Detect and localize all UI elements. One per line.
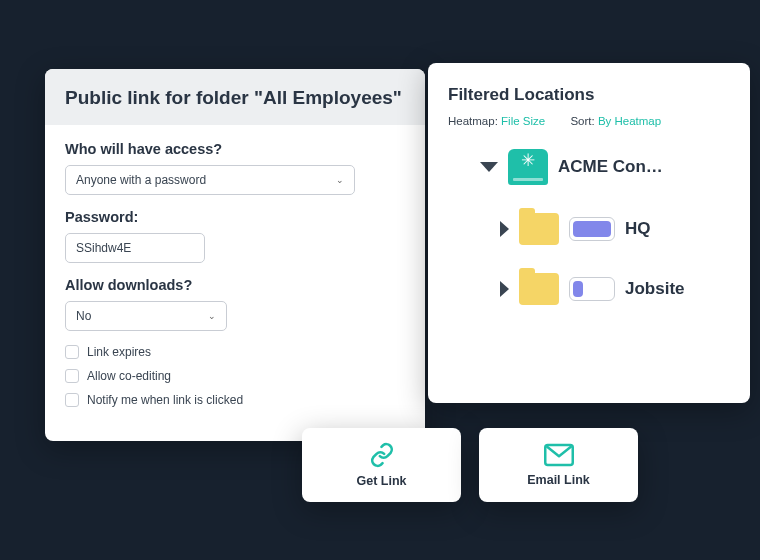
tree-row-hq[interactable]: HQ [500, 213, 730, 245]
expand-right-icon [500, 281, 509, 297]
heatmap-pill [569, 277, 615, 301]
access-field: Who will have access? Anyone with a pass… [65, 141, 405, 195]
heatmap-value[interactable]: File Size [501, 115, 545, 127]
get-link-label: Get Link [356, 474, 406, 488]
password-value: SSihdw4E [76, 241, 131, 255]
link-expires-label: Link expires [87, 345, 151, 359]
filtered-locations-panel: Filtered Locations Heatmap: File Size So… [428, 63, 750, 403]
notify-row[interactable]: Notify me when link is clicked [65, 393, 405, 407]
panel-title: Filtered Locations [448, 85, 730, 105]
allow-coediting-row[interactable]: Allow co-editing [65, 369, 405, 383]
downloads-value: No [76, 309, 91, 323]
modal-body: Who will have access? Anyone with a pass… [45, 125, 425, 441]
access-select[interactable]: Anyone with a password ⌄ [65, 165, 355, 195]
chevron-down-icon: ⌄ [208, 311, 216, 321]
sort-value[interactable]: By Heatmap [598, 115, 661, 127]
link-icon [369, 442, 395, 468]
heatmap-label: Heatmap: [448, 115, 498, 127]
chevron-down-icon: ⌄ [336, 175, 344, 185]
pill-fill [573, 221, 611, 237]
tree-label-root: ACME Con… [558, 157, 663, 177]
sort-label: Sort: [570, 115, 594, 127]
tree-label-hq: HQ [625, 219, 651, 239]
public-link-modal: Public link for folder "All Employees" W… [45, 69, 425, 441]
password-label: Password: [65, 209, 405, 225]
modal-title: Public link for folder "All Employees" [45, 69, 425, 125]
mail-icon [544, 443, 574, 467]
email-link-button[interactable]: Email Link [479, 428, 638, 502]
heatmap-pill [569, 217, 615, 241]
folder-icon [519, 273, 559, 305]
pill-fill [573, 281, 583, 297]
allow-coediting-label: Allow co-editing [87, 369, 171, 383]
folder-icon [519, 213, 559, 245]
link-expires-row[interactable]: Link expires [65, 345, 405, 359]
tree-row-root[interactable]: ACME Con… [480, 149, 730, 185]
tree-label-jobsite: Jobsite [625, 279, 685, 299]
downloads-select[interactable]: No ⌄ [65, 301, 227, 331]
password-input[interactable]: SSihdw4E [65, 233, 205, 263]
checkbox-icon [65, 345, 79, 359]
access-value: Anyone with a password [76, 173, 206, 187]
expand-right-icon [500, 221, 509, 237]
drive-icon [508, 149, 548, 185]
downloads-label: Allow downloads? [65, 277, 405, 293]
access-label: Who will have access? [65, 141, 405, 157]
email-link-label: Email Link [527, 473, 590, 487]
expand-down-icon [480, 162, 498, 172]
checkbox-icon [65, 393, 79, 407]
downloads-field: Allow downloads? No ⌄ [65, 277, 405, 331]
checkbox-icon [65, 369, 79, 383]
notify-label: Notify me when link is clicked [87, 393, 243, 407]
password-field: Password: SSihdw4E [65, 209, 405, 263]
get-link-button[interactable]: Get Link [302, 428, 461, 502]
panel-subheader: Heatmap: File Size Sort: By Heatmap [448, 115, 730, 127]
tree-row-jobsite[interactable]: Jobsite [500, 273, 730, 305]
